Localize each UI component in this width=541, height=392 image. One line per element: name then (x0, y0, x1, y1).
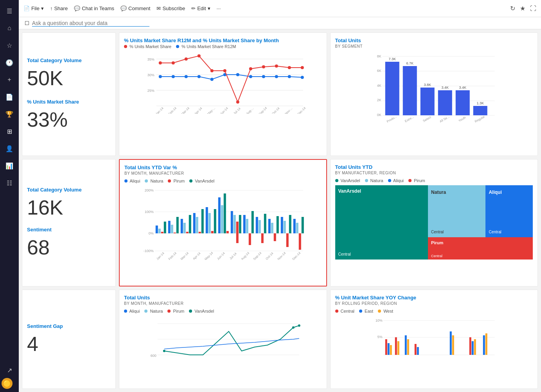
file-label[interactable]: File (31, 5, 40, 11)
line-chart-svg: 35% 30% 25% (124, 51, 322, 114)
sidebar-item-goals[interactable]: 🏆 (2, 106, 17, 122)
more-icon[interactable]: ··· (217, 5, 221, 11)
qa-input[interactable] (32, 20, 149, 27)
svg-text:Youth: Youth (458, 116, 466, 123)
dot-aliqui (124, 179, 128, 183)
treemap-cell-label-natura: Natura (431, 190, 446, 195)
sidebar-item-people[interactable]: 👤 (2, 141, 17, 156)
svg-point-28 (275, 64, 278, 68)
edit-label[interactable]: Edit (197, 5, 206, 11)
svg-point-7 (159, 75, 162, 78)
svg-point-146 (298, 324, 300, 327)
subscribe-menu[interactable]: ✉ Subscribe (156, 5, 185, 11)
svg-text:Aug-...: Aug-... (245, 107, 254, 114)
sidebar-item-apps[interactable]: 📄 (2, 89, 17, 105)
card-value-tcv2: 16K (27, 197, 111, 219)
legend-central: Central (335, 309, 355, 313)
svg-rect-84 (171, 225, 173, 233)
treemap-dot-natura (365, 179, 368, 182)
treemap-cell-pirum: Pirum Central (428, 237, 533, 260)
legend-b-natura: Natura (144, 309, 163, 313)
sidebar-item-coin[interactable]: 🟡 (2, 378, 13, 389)
svg-rect-164 (471, 341, 473, 355)
dot-central (335, 310, 338, 313)
legend-label-r12m: % Units Market Share R12M (182, 44, 236, 49)
treemap-label-vanarsdel: VanArsdel (341, 178, 360, 183)
svg-point-145 (292, 326, 295, 329)
svg-rect-120 (281, 217, 283, 233)
svg-rect-108 (243, 215, 246, 233)
bottom-line-subtitle: BY MONTH, MANUFACTURER (124, 301, 322, 306)
treemap-dot-aliqui (388, 179, 391, 182)
svg-point-15 (262, 75, 265, 78)
grouped-bar-subtitle: BY MONTH, MANUFACTURER (124, 171, 322, 175)
subscribe-label[interactable]: Subscribe (162, 5, 185, 11)
edit-chevron: ▾ (208, 5, 210, 11)
bar-chart-segment-title: Total Units (335, 38, 533, 43)
svg-point-23 (210, 69, 214, 72)
comment-menu[interactable]: 💬 Comment (120, 5, 150, 11)
treemap-cell-natura: Natura Central (428, 185, 485, 237)
svg-text:Mar-14: Mar-14 (181, 106, 191, 114)
svg-rect-115 (264, 214, 266, 233)
treemap-cell-aliqui: Aliqui Central (485, 185, 533, 237)
svg-text:Aug-14: Aug-14 (241, 251, 250, 260)
sidebar-item-create[interactable]: + (2, 72, 17, 88)
svg-rect-89 (186, 232, 189, 233)
svg-rect-92 (196, 217, 198, 233)
edit-menu[interactable]: ✏ Edit ▾ (191, 5, 210, 11)
svg-text:Oct-14: Oct-14 (271, 106, 280, 114)
chat-label[interactable]: Chat in Teams (82, 5, 114, 11)
svg-rect-101 (224, 193, 226, 233)
share-menu[interactable]: ↑ Share (50, 5, 68, 11)
sidebar-item-expand[interactable]: ↗ (2, 362, 17, 378)
svg-rect-99 (218, 197, 221, 233)
svg-rect-152 (385, 339, 387, 355)
svg-point-27 (262, 65, 265, 68)
card-total-category-volume-1: Total Category Volume 50K % Units Market… (22, 32, 116, 156)
treemap-cell-sub-pirum: Central (431, 254, 442, 258)
sidebar-item-dashboards[interactable]: ⊞ (2, 124, 17, 139)
file-chevron: ▾ (41, 5, 44, 11)
svg-rect-98 (214, 209, 216, 233)
svg-point-21 (185, 57, 188, 61)
more-menu[interactable]: ··· (217, 5, 221, 11)
svg-rect-112 (256, 217, 258, 233)
svg-text:25%: 25% (147, 89, 155, 93)
dot-b-pirum (167, 310, 171, 313)
refresh-icon[interactable]: ↻ (510, 5, 515, 12)
sidebar-item-reports[interactable]: 📊 (2, 158, 17, 174)
treemap-subtitle: BY MANUFACTURER, REGION (335, 171, 533, 175)
star-icon[interactable]: ★ (520, 5, 525, 12)
topbar-right: ↻ ★ ⛶ (510, 5, 536, 12)
share-label[interactable]: Share (54, 5, 68, 11)
svg-text:3.8K: 3.8K (424, 83, 431, 87)
fullscreen-icon[interactable]: ⛶ (530, 5, 536, 12)
svg-rect-124 (293, 219, 296, 233)
svg-rect-122 (286, 233, 289, 247)
legend-b-aliqui: Aliqui (124, 309, 140, 313)
dot-b-natura (144, 310, 147, 313)
comment-label[interactable]: Comment (128, 5, 150, 11)
sidebar-item-list[interactable]: ☷ (2, 175, 17, 191)
svg-point-30 (301, 66, 304, 69)
line-chart-legend: % Units Market Share % Units Market Shar… (124, 44, 322, 49)
grouped-bar-svg: 200% 100% 0% -100% (124, 186, 322, 260)
svg-rect-163 (469, 337, 471, 355)
label-east: East (365, 309, 373, 313)
file-menu[interactable]: 📄 File ▾ (23, 5, 44, 11)
svg-text:Nov-14: Nov-14 (277, 251, 287, 260)
sidebar-item-favorites[interactable]: ☆ (2, 38, 17, 53)
svg-rect-85 (174, 233, 176, 233)
chat-menu[interactable]: 💬 Chat in Teams (74, 5, 114, 11)
svg-rect-161 (449, 331, 451, 355)
svg-rect-157 (404, 335, 406, 355)
bottom-line-legend: Aliqui Natura Pirum VanArsdel (124, 309, 322, 313)
sidebar-item-home[interactable]: ⌂ (2, 20, 17, 36)
sidebar-item-recent[interactable]: 🕐 (2, 55, 17, 70)
svg-point-14 (249, 75, 252, 78)
svg-rect-102 (226, 231, 229, 233)
sidebar-menu-icon[interactable]: ☰ (2, 3, 17, 19)
svg-rect-79 (156, 226, 158, 233)
dot-west (378, 310, 381, 313)
